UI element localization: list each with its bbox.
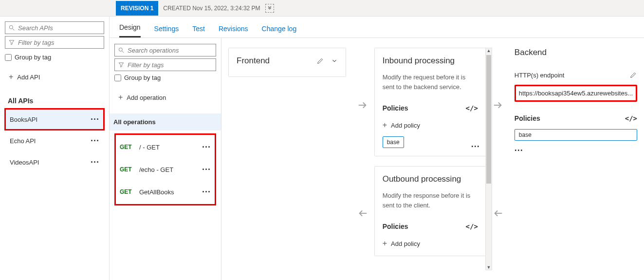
outbound-subtitle: Modify the response before it is sent to… bbox=[383, 191, 478, 210]
code-icon[interactable]: </> bbox=[625, 114, 637, 122]
more-icon[interactable]: ··· bbox=[91, 157, 99, 168]
group-by-tag-input[interactable] bbox=[5, 54, 12, 61]
arrow-left-icon bbox=[357, 208, 368, 219]
scroll-thumb[interactable] bbox=[486, 55, 491, 184]
processing-column: Inbound processing Modify the request be… bbox=[372, 38, 488, 280]
all-operations-heading[interactable]: All operations bbox=[110, 113, 221, 131]
plus-icon: + bbox=[383, 239, 387, 248]
inbound-subtitle: Modify the request before it is sent to … bbox=[383, 73, 478, 92]
add-policy-label: Add policy bbox=[391, 122, 420, 129]
svg-point-2 bbox=[119, 48, 122, 51]
svg-line-3 bbox=[122, 51, 124, 53]
plus-icon: + bbox=[9, 73, 13, 81]
ops-group-by-tag-label: Group by tag bbox=[124, 74, 161, 81]
inbound-title: Inbound processing bbox=[383, 56, 455, 66]
tab-design[interactable]: Design bbox=[119, 23, 141, 37]
scroll-down-icon[interactable]: ▼ bbox=[486, 265, 492, 270]
ops-group-by-tag-input[interactable] bbox=[114, 75, 121, 81]
add-api-button[interactable]: + Add API bbox=[5, 70, 104, 84]
api-item-videosapi[interactable]: VideosAPI ··· bbox=[5, 151, 104, 173]
api-item-label: Echo API bbox=[10, 137, 36, 145]
search-apis-field[interactable] bbox=[18, 24, 101, 32]
filter-operations-field[interactable] bbox=[128, 61, 213, 69]
add-policy-label: Add policy bbox=[391, 240, 420, 247]
more-icon[interactable]: ··· bbox=[515, 146, 637, 156]
filter-icon bbox=[118, 61, 125, 68]
policies-label: Policies bbox=[383, 223, 408, 230]
search-icon bbox=[8, 24, 15, 31]
tab-changelog[interactable]: Change log bbox=[262, 25, 297, 37]
arrow-right-icon bbox=[357, 100, 368, 111]
chevron-down-icon[interactable] bbox=[331, 57, 338, 64]
method-badge: GET bbox=[120, 188, 133, 195]
api-item-label: VideosAPI bbox=[10, 159, 39, 166]
policies-label: Policies bbox=[515, 114, 540, 122]
filter-operations-input[interactable] bbox=[114, 58, 216, 71]
revision-created-text: CREATED Nov 15, 2022, 3:24:32 PM bbox=[158, 5, 265, 12]
svg-line-1 bbox=[13, 29, 15, 31]
arrow-left-icon bbox=[493, 208, 503, 219]
more-icon[interactable]: ··· bbox=[471, 142, 480, 152]
tab-revisions[interactable]: Revisions bbox=[219, 25, 248, 37]
search-icon bbox=[118, 47, 125, 54]
edit-icon[interactable] bbox=[316, 57, 324, 65]
filter-icon bbox=[8, 39, 15, 46]
filter-apis-field[interactable] bbox=[18, 39, 101, 46]
tab-test[interactable]: Test bbox=[192, 25, 205, 37]
backend-column: Backend HTTP(s) endpoint https://booksap… bbox=[508, 38, 644, 280]
edit-icon[interactable] bbox=[629, 71, 637, 79]
add-operation-button[interactable]: + Add operation bbox=[114, 90, 216, 105]
search-operations-input[interactable] bbox=[114, 44, 216, 56]
operations-sidebar: Group by tag + Add operation All operati… bbox=[110, 38, 221, 280]
search-apis-input[interactable] bbox=[5, 21, 104, 34]
more-icon[interactable]: ··· bbox=[91, 114, 99, 125]
plus-icon: + bbox=[383, 121, 387, 130]
group-by-tag-checkbox[interactable]: Group by tag bbox=[5, 54, 104, 61]
base-policy-tag[interactable]: base bbox=[383, 136, 404, 148]
policies-label: Policies bbox=[383, 104, 408, 112]
endpoint-label: HTTP(s) endpoint bbox=[515, 72, 565, 79]
revision-badge[interactable]: REVISION 1 bbox=[116, 1, 158, 16]
backend-title: Backend bbox=[515, 48, 547, 57]
ops-group-by-tag-checkbox[interactable]: Group by tag bbox=[114, 74, 216, 81]
operation-item[interactable]: GET/echo - GET ··· bbox=[117, 158, 214, 181]
operation-name: / - GET bbox=[139, 144, 160, 151]
frontend-column: Frontend bbox=[221, 38, 353, 280]
outbound-panel: Outbound processing Modify the response … bbox=[374, 166, 486, 256]
operation-item[interactable]: GETGetAllBooks ··· bbox=[117, 181, 214, 203]
plus-icon: + bbox=[118, 93, 123, 102]
revision-bar: REVISION 1 CREATED Nov 15, 2022, 3:24:32… bbox=[0, 0, 644, 17]
operation-item[interactable]: GET/ - GET ··· bbox=[117, 136, 214, 158]
frontend-title: Frontend bbox=[237, 56, 270, 66]
code-icon[interactable]: </> bbox=[466, 104, 478, 112]
add-policy-button[interactable]: + Add policy bbox=[383, 121, 478, 130]
operations-list-highlight: GET/ - GET ··· GET/echo - GET ··· GETGet… bbox=[114, 133, 216, 205]
filter-apis-input[interactable] bbox=[5, 36, 104, 49]
api-item-booksapi[interactable]: BooksAPI ··· bbox=[5, 109, 104, 130]
method-badge: GET bbox=[120, 144, 133, 150]
expand-up-icon[interactable] bbox=[265, 4, 274, 13]
api-sidebar: Group by tag + Add API All APIs BooksAPI… bbox=[0, 17, 110, 280]
endpoint-value: https://booksapi354ew5.azurewebsites... bbox=[515, 85, 637, 102]
more-icon[interactable]: ··· bbox=[202, 142, 211, 152]
more-icon[interactable]: ··· bbox=[202, 187, 211, 197]
tab-settings[interactable]: Settings bbox=[154, 25, 179, 37]
add-policy-button[interactable]: + Add policy bbox=[383, 239, 478, 248]
operation-name: /echo - GET bbox=[139, 166, 173, 173]
scroll-up-icon[interactable]: ▲ bbox=[486, 48, 492, 53]
api-item-label: BooksAPI bbox=[10, 116, 37, 123]
outbound-title: Outbound processing bbox=[383, 174, 461, 184]
scrollbar[interactable]: ▲ ▼ bbox=[485, 48, 492, 270]
main-tabs: Design Settings Test Revisions Change lo… bbox=[110, 17, 644, 38]
more-icon[interactable]: ··· bbox=[202, 165, 211, 175]
all-apis-heading[interactable]: All APIs bbox=[5, 93, 104, 109]
code-icon[interactable]: </> bbox=[466, 223, 478, 230]
inbound-panel: Inbound processing Modify the request be… bbox=[374, 48, 486, 156]
api-item-echoapi[interactable]: Echo API ··· bbox=[5, 130, 104, 151]
add-operation-label: Add operation bbox=[127, 94, 166, 101]
base-policy-tag[interactable]: base bbox=[515, 129, 637, 141]
more-icon[interactable]: ··· bbox=[91, 136, 99, 146]
method-badge: GET bbox=[120, 166, 133, 173]
arrow-right-icon bbox=[493, 100, 503, 111]
search-operations-field[interactable] bbox=[128, 47, 213, 54]
